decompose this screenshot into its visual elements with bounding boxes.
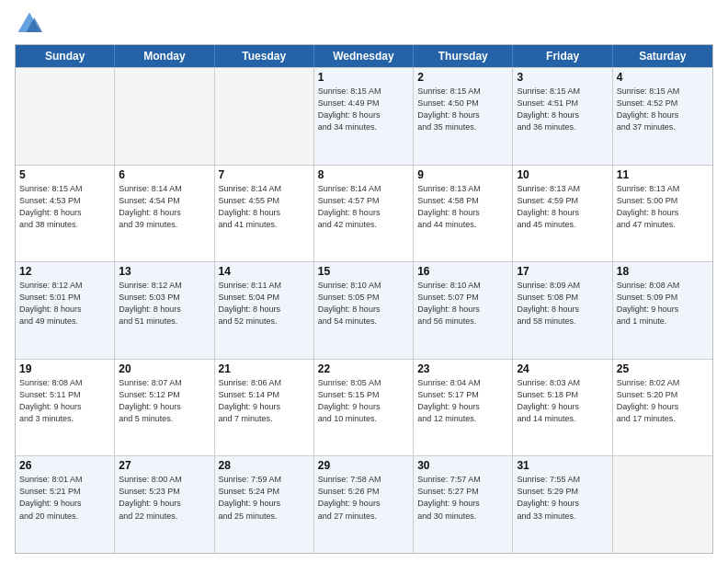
day-cell-23: 23Sunrise: 8:04 AM Sunset: 5:17 PM Dayli… — [414, 360, 513, 456]
logo-icon — [15, 9, 44, 39]
day-cell-25: 25Sunrise: 8:02 AM Sunset: 5:20 PM Dayli… — [613, 360, 712, 456]
day-number: 31 — [517, 459, 608, 472]
day-cell-20: 20Sunrise: 8:07 AM Sunset: 5:12 PM Dayli… — [115, 360, 214, 456]
day-info: Sunrise: 8:08 AM Sunset: 5:11 PM Dayligh… — [19, 377, 110, 425]
day-of-week-sunday: Sunday — [16, 45, 115, 67]
day-cell-11: 11Sunrise: 8:13 AM Sunset: 5:00 PM Dayli… — [613, 166, 712, 262]
day-info: Sunrise: 8:05 AM Sunset: 5:15 PM Dayligh… — [318, 377, 409, 425]
day-number: 4 — [617, 71, 709, 84]
calendar-row-3: 19Sunrise: 8:08 AM Sunset: 5:11 PM Dayli… — [16, 359, 712, 456]
day-cell-12: 12Sunrise: 8:12 AM Sunset: 5:01 PM Dayli… — [16, 262, 115, 359]
empty-cell-0-0 — [16, 68, 115, 165]
day-number: 9 — [417, 168, 508, 181]
day-number: 22 — [318, 362, 409, 375]
calendar-row-1: 5Sunrise: 8:15 AM Sunset: 4:53 PM Daylig… — [16, 165, 712, 262]
day-info: Sunrise: 7:55 AM Sunset: 5:29 PM Dayligh… — [517, 474, 608, 522]
day-info: Sunrise: 8:11 AM Sunset: 5:04 PM Dayligh… — [219, 280, 310, 327]
day-info: Sunrise: 8:04 AM Sunset: 5:17 PM Dayligh… — [417, 377, 508, 425]
day-number: 2 — [417, 71, 508, 84]
day-number: 24 — [517, 362, 608, 375]
calendar-row-4: 26Sunrise: 8:01 AM Sunset: 5:21 PM Dayli… — [16, 455, 712, 553]
calendar-row-2: 12Sunrise: 8:12 AM Sunset: 5:01 PM Dayli… — [16, 261, 712, 359]
day-info: Sunrise: 7:57 AM Sunset: 5:27 PM Dayligh… — [417, 474, 508, 522]
empty-cell-0-2 — [215, 68, 314, 165]
day-number: 27 — [119, 459, 210, 472]
day-info: Sunrise: 8:14 AM Sunset: 4:57 PM Dayligh… — [318, 183, 409, 231]
empty-cell-0-1 — [115, 68, 214, 165]
day-of-week-thursday: Thursday — [414, 45, 513, 67]
day-info: Sunrise: 8:14 AM Sunset: 4:54 PM Dayligh… — [119, 183, 210, 231]
day-info: Sunrise: 8:09 AM Sunset: 5:08 PM Dayligh… — [517, 280, 608, 327]
day-of-week-wednesday: Wednesday — [314, 45, 414, 67]
day-info: Sunrise: 8:08 AM Sunset: 5:09 PM Dayligh… — [617, 280, 709, 327]
day-number: 30 — [417, 459, 508, 472]
empty-cell-4-6 — [613, 456, 712, 553]
day-cell-30: 30Sunrise: 7:57 AM Sunset: 5:27 PM Dayli… — [414, 456, 513, 553]
day-cell-14: 14Sunrise: 8:11 AM Sunset: 5:04 PM Dayli… — [215, 262, 314, 359]
day-of-week-monday: Monday — [115, 45, 214, 67]
day-cell-27: 27Sunrise: 8:00 AM Sunset: 5:23 PM Dayli… — [115, 456, 214, 553]
day-cell-8: 8Sunrise: 8:14 AM Sunset: 4:57 PM Daylig… — [314, 166, 414, 262]
day-cell-3: 3Sunrise: 8:15 AM Sunset: 4:51 PM Daylig… — [513, 68, 612, 165]
day-cell-7: 7Sunrise: 8:14 AM Sunset: 4:55 PM Daylig… — [215, 166, 314, 262]
day-cell-9: 9Sunrise: 8:13 AM Sunset: 4:58 PM Daylig… — [414, 166, 513, 262]
day-number: 10 — [517, 168, 608, 181]
day-number: 16 — [417, 265, 508, 278]
day-cell-1: 1Sunrise: 8:15 AM Sunset: 4:49 PM Daylig… — [314, 68, 414, 165]
calendar: SundayMondayTuesdayWednesdayThursdayFrid… — [15, 44, 713, 554]
day-number: 18 — [617, 265, 709, 278]
day-cell-13: 13Sunrise: 8:12 AM Sunset: 5:03 PM Dayli… — [115, 262, 214, 359]
day-info: Sunrise: 8:03 AM Sunset: 5:18 PM Dayligh… — [517, 377, 608, 425]
day-number: 11 — [617, 168, 709, 181]
day-of-week-saturday: Saturday — [613, 45, 712, 67]
day-cell-28: 28Sunrise: 7:59 AM Sunset: 5:24 PM Dayli… — [215, 456, 314, 553]
day-info: Sunrise: 8:13 AM Sunset: 4:59 PM Dayligh… — [517, 183, 608, 231]
calendar-header: SundayMondayTuesdayWednesdayThursdayFrid… — [16, 45, 712, 67]
day-info: Sunrise: 8:15 AM Sunset: 4:51 PM Dayligh… — [517, 86, 608, 133]
day-number: 6 — [119, 168, 210, 181]
page: SundayMondayTuesdayWednesdayThursdayFrid… — [0, 0, 728, 563]
day-number: 8 — [318, 168, 409, 181]
day-info: Sunrise: 8:07 AM Sunset: 5:12 PM Dayligh… — [119, 377, 210, 425]
day-cell-4: 4Sunrise: 8:15 AM Sunset: 4:52 PM Daylig… — [613, 68, 712, 165]
day-info: Sunrise: 8:15 AM Sunset: 4:50 PM Dayligh… — [417, 86, 508, 133]
day-info: Sunrise: 8:15 AM Sunset: 4:49 PM Dayligh… — [318, 86, 409, 133]
day-info: Sunrise: 8:12 AM Sunset: 5:03 PM Dayligh… — [119, 280, 210, 327]
day-number: 29 — [318, 459, 409, 472]
logo — [15, 9, 48, 39]
day-info: Sunrise: 8:10 AM Sunset: 5:07 PM Dayligh… — [417, 280, 508, 327]
day-number: 15 — [318, 265, 409, 278]
day-cell-16: 16Sunrise: 8:10 AM Sunset: 5:07 PM Dayli… — [414, 262, 513, 359]
day-info: Sunrise: 8:14 AM Sunset: 4:55 PM Dayligh… — [219, 183, 310, 231]
day-info: Sunrise: 8:02 AM Sunset: 5:20 PM Dayligh… — [617, 377, 709, 425]
day-cell-22: 22Sunrise: 8:05 AM Sunset: 5:15 PM Dayli… — [314, 360, 414, 456]
day-of-week-tuesday: Tuesday — [215, 45, 314, 67]
day-cell-5: 5Sunrise: 8:15 AM Sunset: 4:53 PM Daylig… — [16, 166, 115, 262]
day-info: Sunrise: 7:59 AM Sunset: 5:24 PM Dayligh… — [219, 474, 310, 522]
day-number: 19 — [19, 362, 110, 375]
day-cell-18: 18Sunrise: 8:08 AM Sunset: 5:09 PM Dayli… — [613, 262, 712, 359]
day-cell-26: 26Sunrise: 8:01 AM Sunset: 5:21 PM Dayli… — [16, 456, 115, 553]
day-number: 20 — [119, 362, 210, 375]
day-number: 17 — [517, 265, 608, 278]
day-info: Sunrise: 8:15 AM Sunset: 4:52 PM Dayligh… — [617, 86, 709, 133]
day-info: Sunrise: 8:00 AM Sunset: 5:23 PM Dayligh… — [119, 474, 210, 522]
day-number: 7 — [219, 168, 310, 181]
day-number: 14 — [219, 265, 310, 278]
day-number: 12 — [19, 265, 110, 278]
day-cell-6: 6Sunrise: 8:14 AM Sunset: 4:54 PM Daylig… — [115, 166, 214, 262]
day-cell-21: 21Sunrise: 8:06 AM Sunset: 5:14 PM Dayli… — [215, 360, 314, 456]
day-info: Sunrise: 8:13 AM Sunset: 5:00 PM Dayligh… — [617, 183, 709, 231]
day-cell-10: 10Sunrise: 8:13 AM Sunset: 4:59 PM Dayli… — [513, 166, 612, 262]
day-info: Sunrise: 8:06 AM Sunset: 5:14 PM Dayligh… — [219, 377, 310, 425]
day-number: 3 — [517, 71, 608, 84]
day-number: 28 — [219, 459, 310, 472]
day-cell-17: 17Sunrise: 8:09 AM Sunset: 5:08 PM Dayli… — [513, 262, 612, 359]
day-info: Sunrise: 8:12 AM Sunset: 5:01 PM Dayligh… — [19, 280, 110, 327]
day-number: 13 — [119, 265, 210, 278]
day-cell-31: 31Sunrise: 7:55 AM Sunset: 5:29 PM Dayli… — [513, 456, 612, 553]
day-number: 1 — [318, 71, 409, 84]
day-info: Sunrise: 7:58 AM Sunset: 5:26 PM Dayligh… — [318, 474, 409, 522]
day-info: Sunrise: 8:10 AM Sunset: 5:05 PM Dayligh… — [318, 280, 409, 327]
day-info: Sunrise: 8:15 AM Sunset: 4:53 PM Dayligh… — [19, 183, 110, 231]
